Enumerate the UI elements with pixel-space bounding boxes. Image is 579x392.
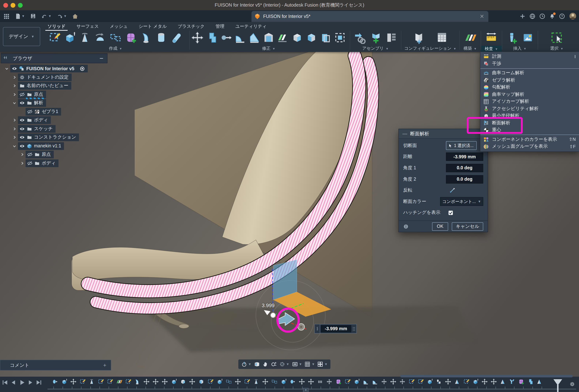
timeline-feature-25-pattern2[interactable] [271, 379, 278, 385]
timeline-feature-13-move4[interactable] [161, 379, 168, 385]
timeline-playhead[interactable] [553, 379, 562, 392]
timeline-settings-gear-icon[interactable] [569, 381, 575, 387]
save-button[interactable] [28, 11, 38, 22]
menu-item-ゼブラ解析[interactable]: ゼブラ解析 [480, 77, 579, 84]
ok-button[interactable]: OK [432, 222, 448, 231]
extensions-button[interactable] [529, 13, 535, 19]
app-grid-button[interactable] [1, 11, 11, 22]
timeline-feature-16-move4[interactable] [189, 379, 195, 385]
tlback-button[interactable] [10, 379, 17, 386]
menu-item-曲率コーム解析[interactable]: 曲率コーム解析 [480, 70, 579, 77]
timeline-feature-21-move4[interactable] [235, 379, 241, 385]
workspace-selector[interactable]: デザイン▼ [3, 27, 40, 46]
new-tab-button[interactable] [519, 13, 526, 19]
tree-item[interactable]: manekin v1:1 [18, 142, 64, 150]
tool-split-button[interactable] [277, 31, 289, 44]
chevron-right-icon[interactable] [11, 118, 18, 122]
menu-item-曲率マップ解析[interactable]: 曲率マップ解析 [480, 91, 579, 98]
timeline-feature-34-extrude[interactable] [354, 379, 360, 385]
visibility-off-icon[interactable] [19, 92, 25, 97]
visibility-off-icon[interactable] [27, 152, 33, 157]
tool-pattern2-button[interactable] [109, 31, 122, 44]
timeline-feature-49-move4[interactable] [491, 379, 497, 385]
chevron-right-icon[interactable] [11, 135, 18, 139]
group-label-assemble[interactable]: アセンブリ ▼ [350, 46, 401, 51]
visibility-on-icon[interactable] [19, 117, 25, 123]
chevron-down-icon[interactable] [11, 144, 18, 148]
comments-bar[interactable]: コメント + [0, 360, 111, 370]
tool-pushpull-button[interactable] [220, 31, 232, 44]
tool-screw-button[interactable] [506, 31, 518, 44]
group-label-modify[interactable]: 修正 ▼ [189, 46, 348, 51]
tool-measure-button[interactable] [485, 31, 498, 44]
distance-floating-input[interactable]: -3.999 mm [321, 325, 351, 332]
timeline-feature-33-sketch[interactable] [344, 379, 351, 385]
timeline-feature-9-sketch[interactable] [125, 379, 131, 385]
chevron-down-icon[interactable] [3, 67, 10, 71]
timeline-feature-29-move4[interactable] [308, 379, 314, 385]
timeline-feature-41-sketch[interactable] [418, 379, 424, 385]
tool-move4-button[interactable] [191, 31, 204, 44]
tool-box2-button[interactable] [305, 31, 318, 44]
visibility-off-icon[interactable] [27, 109, 33, 114]
tool-configtable-button[interactable] [436, 31, 448, 44]
notifications-button[interactable] [549, 13, 555, 19]
visibility-on-icon[interactable] [12, 66, 17, 71]
drag-handle-icon[interactable] [352, 326, 356, 331]
timeline-feature-44-move4[interactable] [445, 379, 451, 385]
group-label-insert[interactable]: 挿入 ▼ [502, 46, 538, 51]
pan-button[interactable] [262, 361, 268, 367]
timeline-feature-47-extrude[interactable] [472, 379, 479, 385]
timeline-feature-2-extrude[interactable] [61, 379, 68, 385]
angle2-input[interactable]: 0.0 deg [446, 175, 483, 183]
group-label-inspect[interactable]: 検査 ▼ [481, 46, 502, 52]
timeline-feature-43-tube[interactable] [436, 379, 442, 385]
timeline-feature-48-move4[interactable] [481, 379, 488, 385]
timeline-feature-42-extrude[interactable] [427, 379, 433, 385]
ribbon-tab-7[interactable]: ユーティリティ [235, 23, 267, 30]
timeline-feature-24-move4[interactable] [262, 379, 269, 385]
timeline-feature-30-bars[interactable] [317, 379, 323, 385]
tree-item[interactable]: 名前の付いたビュー [18, 82, 71, 90]
timeline-feature-5-revolve[interactable] [88, 379, 95, 385]
timeline-feature-38-move4[interactable] [390, 379, 396, 385]
file-menu-button[interactable]: ▼ [13, 11, 27, 22]
tlplay-button[interactable] [18, 379, 26, 386]
tool-offsetface-button[interactable] [319, 31, 332, 44]
timeline-feature-20-pattern2[interactable] [225, 379, 232, 385]
cut-plane-selection-button[interactable]: 1 選択済... [446, 141, 477, 150]
tool-combine-button[interactable] [206, 31, 218, 44]
tool-cursorbox-button[interactable] [551, 31, 563, 44]
visibility-on-icon[interactable] [19, 135, 25, 140]
chevron-right-icon[interactable] [18, 153, 26, 157]
tree-item[interactable]: 解析 [18, 99, 46, 107]
tool-revolve-button[interactable] [79, 31, 91, 44]
tool-box1-button[interactable] [291, 31, 303, 44]
ribbon-tab-4[interactable]: シート メタル [138, 23, 168, 30]
tool-patternbox-button[interactable] [334, 31, 346, 44]
timeline-feature-39-moveg[interactable] [399, 379, 406, 385]
timeline-feature-53-combine[interactable] [527, 379, 533, 385]
tool-jointlist-button[interactable] [385, 31, 398, 44]
timeline-feature-32-form[interactable] [335, 379, 342, 385]
tree-item[interactable]: ドキュメントの設定 [18, 73, 72, 81]
angle1-input[interactable]: 0.0 deg [446, 164, 483, 172]
timeline-feature-51-pipe[interactable] [509, 379, 515, 385]
menu-item-メッシュ面グループを表示[interactable]: メッシュ面グループを表示⇧F [480, 143, 579, 150]
timeline-feature-15-box1[interactable] [180, 379, 186, 385]
timeline-feature-26-extrude[interactable] [280, 379, 287, 385]
group-label-create[interactable]: 作成 ▼ [45, 46, 186, 51]
chevron-right-icon[interactable] [18, 161, 26, 165]
chevron-right-icon[interactable] [11, 92, 18, 96]
tree-item[interactable]: ボディ [26, 159, 59, 167]
tool-extrude-button[interactable] [64, 31, 76, 44]
timeline-feature-35-fillet[interactable] [362, 379, 369, 385]
timeline-feature-10-loft[interactable] [134, 379, 141, 385]
ribbon-tab-3[interactable]: メッシュ [109, 23, 129, 30]
menu-item-アイソカーブ解析[interactable]: アイソカーブ解析 [480, 98, 579, 105]
info-icon[interactable] [403, 224, 409, 229]
tool-image-button[interactable] [522, 31, 534, 44]
visibility-on-icon[interactable] [19, 143, 25, 149]
look-at-button[interactable] [254, 361, 260, 367]
timeline-scrollbar[interactable] [400, 375, 573, 377]
